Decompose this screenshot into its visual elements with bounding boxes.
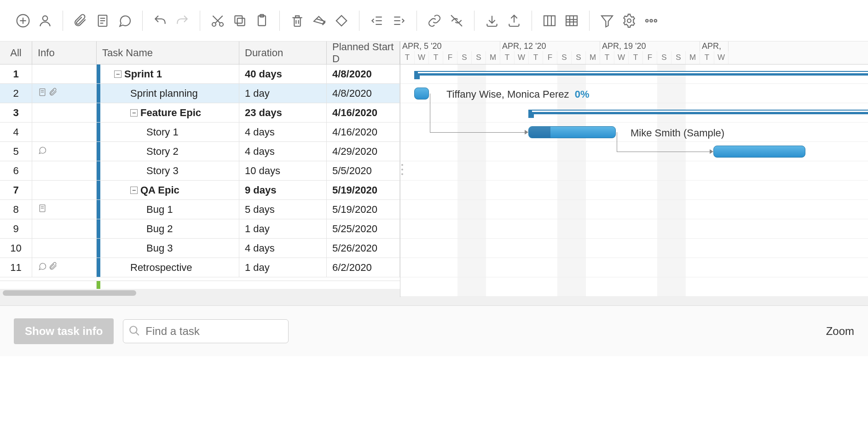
- undo-icon[interactable]: [151, 12, 169, 30]
- grid-icon[interactable]: [562, 12, 581, 30]
- task-bar[interactable]: [528, 126, 616, 138]
- start-cell[interactable]: 4/29/2020: [327, 142, 400, 161]
- note-icon[interactable]: [93, 12, 112, 30]
- columns-icon[interactable]: [540, 12, 559, 30]
- duration-cell[interactable]: 10 days: [239, 161, 327, 180]
- task-row[interactable]: 4Story 14 days4/16/2020: [0, 123, 400, 142]
- bottom-bar: Show task info Zoom: [0, 305, 868, 356]
- start-cell[interactable]: 4/8/2020: [327, 84, 400, 103]
- find-task-input[interactable]: [123, 319, 289, 343]
- task-name-cell[interactable]: Bug 3: [100, 239, 239, 258]
- row-number: 10: [0, 239, 32, 258]
- task-row[interactable]: 10Bug 34 days5/26/2020: [0, 239, 400, 258]
- add-icon[interactable]: [14, 12, 32, 30]
- start-cell[interactable]: 5/25/2020: [327, 219, 400, 238]
- task-row[interactable]: 8Bug 15 days5/19/2020: [0, 200, 400, 219]
- assign-icon[interactable]: [36, 12, 54, 30]
- task-name-cell[interactable]: Story 1: [100, 123, 239, 141]
- task-name-cell[interactable]: Bug 2: [100, 219, 239, 238]
- summary-bar[interactable]: [528, 110, 868, 114]
- row-handle[interactable]: [97, 64, 100, 83]
- start-cell[interactable]: 6/2/2020: [327, 258, 400, 277]
- paste-icon[interactable]: [253, 12, 271, 30]
- delete-icon[interactable]: [288, 12, 307, 30]
- row-handle[interactable]: [97, 142, 100, 161]
- comment-icon[interactable]: [116, 12, 134, 30]
- duration-cell[interactable]: 4 days: [239, 142, 327, 161]
- clear-format-icon[interactable]: [310, 12, 329, 30]
- start-cell[interactable]: 5/5/2020: [327, 161, 400, 180]
- start-cell[interactable]: 4/8/2020: [327, 64, 400, 83]
- redo-icon[interactable]: [173, 12, 191, 30]
- column-duration[interactable]: Duration: [239, 41, 327, 64]
- unlink-icon[interactable]: [447, 12, 466, 30]
- gantt-lane: [400, 181, 868, 200]
- start-cell[interactable]: 5/19/2020: [327, 200, 400, 219]
- task-row[interactable]: 3−Feature Epic23 days4/16/2020: [0, 103, 400, 123]
- duration-cell[interactable]: 1 day: [239, 84, 327, 103]
- row-handle[interactable]: [97, 123, 100, 141]
- row-handle[interactable]: [97, 239, 100, 258]
- task-row[interactable]: 11Retrospective1 day6/2/2020: [0, 258, 400, 277]
- indent-icon[interactable]: [390, 12, 408, 30]
- task-row[interactable]: 2Sprint planning1 day4/8/2020: [0, 84, 400, 103]
- attach-icon[interactable]: [71, 12, 90, 30]
- task-name-cell[interactable]: −QA Epic: [100, 181, 239, 199]
- column-planned-start[interactable]: Planned Start D: [327, 41, 400, 64]
- filter-icon[interactable]: [598, 12, 616, 30]
- collapse-toggle[interactable]: −: [130, 187, 138, 194]
- import-icon[interactable]: [483, 12, 501, 30]
- summary-bar[interactable]: [414, 71, 868, 76]
- task-row[interactable]: 6Story 310 days5/5/2020: [0, 161, 400, 181]
- task-name-cell[interactable]: −Feature Epic: [100, 103, 239, 122]
- task-name-cell[interactable]: −Sprint 1: [100, 64, 239, 83]
- duration-cell[interactable]: 4 days: [239, 123, 327, 141]
- start-cell[interactable]: 4/16/2020: [327, 123, 400, 141]
- task-row[interactable]: 1−Sprint 140 days4/8/2020: [0, 64, 400, 84]
- row-handle[interactable]: [97, 219, 100, 238]
- task-name-cell[interactable]: Retrospective: [100, 258, 239, 277]
- task-row[interactable]: 9Bug 21 day5/25/2020: [0, 219, 400, 239]
- duration-cell[interactable]: 4 days: [239, 239, 327, 258]
- duration-cell[interactable]: 1 day: [239, 219, 327, 238]
- gantt-scrollbar[interactable]: [400, 297, 868, 297]
- task-name-cell[interactable]: Sprint planning: [100, 84, 239, 103]
- task-name-cell[interactable]: Story 2: [100, 142, 239, 161]
- settings-icon[interactable]: [620, 12, 638, 30]
- column-all[interactable]: All: [0, 41, 32, 64]
- outdent-icon[interactable]: [368, 12, 386, 30]
- row-handle[interactable]: [97, 181, 100, 199]
- duration-cell[interactable]: 23 days: [239, 103, 327, 122]
- row-handle[interactable]: [97, 258, 100, 277]
- start-cell[interactable]: 5/26/2020: [327, 239, 400, 258]
- cut-icon[interactable]: [208, 12, 227, 30]
- copy-icon[interactable]: [231, 12, 249, 30]
- collapse-toggle[interactable]: −: [114, 70, 122, 78]
- row-handle[interactable]: [97, 200, 100, 219]
- row-handle[interactable]: [97, 84, 100, 103]
- duration-cell[interactable]: 1 day: [239, 258, 327, 277]
- duration-cell[interactable]: 9 days: [239, 181, 327, 199]
- collapse-toggle[interactable]: −: [130, 109, 138, 117]
- task-bar[interactable]: [713, 146, 805, 158]
- duration-cell[interactable]: 40 days: [239, 64, 327, 83]
- milestone-icon[interactable]: [332, 12, 351, 30]
- more-icon[interactable]: [642, 12, 660, 30]
- task-row[interactable]: 7−QA Epic9 days5/19/2020: [0, 181, 400, 200]
- link-icon[interactable]: [425, 12, 444, 30]
- duration-cell[interactable]: 5 days: [239, 200, 327, 219]
- task-name-cell[interactable]: Story 3: [100, 161, 239, 180]
- export-icon[interactable]: [505, 12, 523, 30]
- task-name-cell[interactable]: Bug 1: [100, 200, 239, 219]
- row-handle[interactable]: [97, 161, 100, 180]
- start-cell[interactable]: 4/16/2020: [327, 103, 400, 122]
- gantt-body[interactable]: Tiffany Wise, Monica Perez 0%Mike Smith …: [400, 64, 868, 297]
- row-handle[interactable]: [97, 103, 100, 122]
- column-task-name[interactable]: Task Name: [97, 41, 239, 64]
- column-info[interactable]: Info: [32, 41, 97, 64]
- task-row[interactable]: 5Story 24 days4/29/2020: [0, 142, 400, 161]
- start-cell[interactable]: 5/19/2020: [327, 181, 400, 199]
- show-task-info-button[interactable]: Show task info: [14, 318, 114, 344]
- grid-scrollbar[interactable]: [0, 289, 400, 297]
- task-bar[interactable]: [414, 88, 429, 100]
